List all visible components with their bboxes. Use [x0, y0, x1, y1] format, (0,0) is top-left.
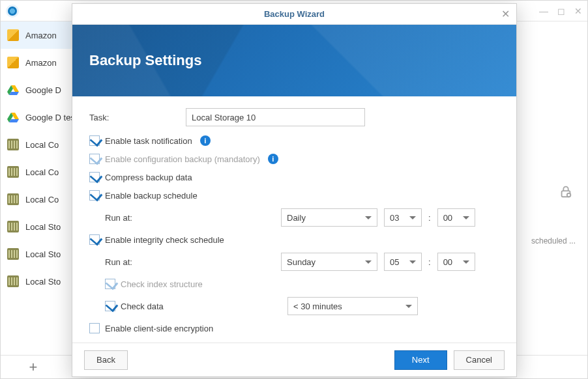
cancel-button[interactable]: Cancel: [454, 350, 505, 370]
close-icon[interactable]: ✕: [501, 8, 510, 20]
enable-backup-schedule-label: Enable backup schedule: [105, 191, 198, 201]
local-storage-icon: [7, 221, 19, 232]
google-drive-icon: [7, 111, 19, 123]
enable-integrity-check-label: Enable integrity check schedule: [105, 235, 224, 245]
google-drive-icon: [7, 84, 19, 96]
sidebar-item-label: Amazon: [25, 31, 57, 40]
enable-task-notification-checkbox[interactable]: [89, 135, 100, 146]
window-minimize-icon[interactable]: —: [539, 6, 548, 16]
compress-backup-data-checkbox[interactable]: [89, 172, 100, 182]
svg-point-7: [567, 193, 571, 197]
backup-wizard-modal: Backup Wizard ✕ Backup Settings Task: En…: [72, 3, 517, 377]
time-colon: :: [428, 257, 431, 267]
backup-run-at-label: Run at:: [105, 213, 274, 223]
local-storage-icon: [7, 275, 19, 287]
local-storage-icon: [7, 193, 19, 205]
sidebar-item-label: Local Sto: [25, 277, 61, 287]
local-storage-icon: [7, 139, 19, 150]
enable-encryption-label: Enable client-side encryption: [105, 324, 213, 333]
lock-icon: [559, 184, 573, 199]
check-index-structure-label: Check index structure: [121, 279, 203, 289]
enable-backup-schedule-checkbox[interactable]: [89, 190, 100, 201]
window-maximize-icon[interactable]: ◻: [557, 6, 565, 16]
window-close-icon[interactable]: ✕: [574, 6, 582, 16]
backup-hour-select[interactable]: 03: [384, 208, 422, 227]
integrity-hour-select[interactable]: 05: [384, 253, 422, 271]
enable-encryption-checkbox[interactable]: [89, 323, 100, 333]
add-task-button[interactable]: +: [7, 359, 59, 376]
info-icon[interactable]: i: [200, 135, 211, 146]
integrity-frequency-select[interactable]: Sunday: [281, 253, 377, 271]
check-data-checkbox[interactable]: [105, 301, 115, 311]
backup-minute-select[interactable]: 00: [437, 208, 475, 227]
app-logo: [6, 5, 19, 18]
check-data-duration-select[interactable]: < 30 minutes: [287, 297, 418, 315]
sidebar-item-label: Local Sto: [25, 222, 61, 232]
enable-config-backup-label: Enable configuration backup (mandatory): [105, 154, 260, 164]
local-storage-icon: [7, 248, 19, 260]
compress-backup-data-label: Compress backup data: [105, 173, 192, 182]
modal-title: Backup Wizard: [264, 9, 325, 19]
sidebar-item-label: Amazon: [25, 58, 57, 68]
sidebar-item-label: Local Sto: [25, 249, 61, 259]
enable-integrity-check-checkbox[interactable]: [89, 234, 100, 245]
s3-icon: [7, 57, 19, 68]
local-storage-icon: [7, 166, 19, 178]
time-colon: :: [428, 213, 431, 223]
enable-task-notification-label: Enable task notification: [105, 136, 192, 146]
check-data-label: Check data: [121, 302, 282, 311]
integrity-minute-select[interactable]: 00: [437, 253, 475, 271]
task-name-input[interactable]: [186, 108, 365, 126]
sidebar-item-label: Local Co: [25, 167, 59, 177]
next-button[interactable]: Next: [394, 350, 447, 370]
sidebar-item-label: Local Co: [25, 140, 59, 150]
task-label: Task:: [89, 113, 186, 122]
back-button[interactable]: Back: [84, 350, 128, 370]
info-icon[interactable]: i: [268, 154, 278, 164]
sidebar-item-label: Google D: [25, 85, 61, 95]
modal-hero: Backup Settings: [72, 25, 516, 96]
modal-heading: Backup Settings: [89, 52, 201, 69]
check-index-structure-checkbox: [105, 279, 115, 289]
integrity-run-at-label: Run at:: [105, 257, 274, 267]
enable-config-backup-checkbox: [89, 154, 100, 164]
sidebar-item-label: Local Co: [25, 195, 59, 204]
s3-icon: [7, 29, 19, 41]
background-hint-text: scheduled ...: [531, 236, 576, 246]
sidebar-item-label: Google D test: [25, 113, 78, 122]
backup-frequency-select[interactable]: Daily: [281, 208, 377, 227]
